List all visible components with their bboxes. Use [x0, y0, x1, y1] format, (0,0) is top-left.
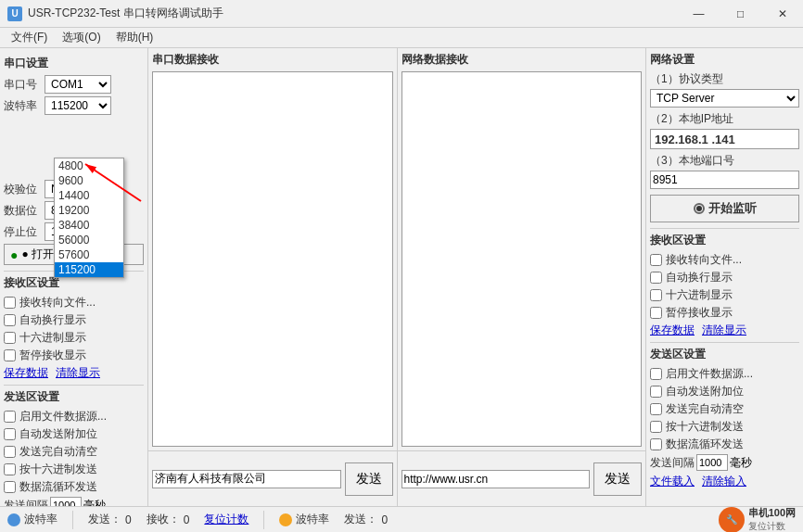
logo-icon[interactable]: 🔧 [719, 507, 745, 533]
hex-send-right: 按十六进制发送 [650, 419, 799, 435]
auto-newline-left: 自动换行显示 [4, 312, 144, 328]
clear-display-link-left[interactable]: 清除显示 [56, 365, 100, 381]
hex-display-checkbox-right[interactable] [650, 289, 662, 301]
network-data-area[interactable] [402, 71, 643, 447]
right-send-button[interactable]: 发送 [593, 462, 642, 496]
send-label-left: 发送： [88, 512, 121, 527]
pause-recv-label-right: 暂停接收显示 [666, 305, 733, 321]
recv-links-left: 保存数据 清除显示 [4, 365, 144, 381]
loop-send-label-right: 数据流循环发送 [666, 437, 744, 452]
menu-help[interactable]: 帮助(H) [108, 28, 161, 47]
save-data-link-left[interactable]: 保存数据 [4, 365, 48, 381]
serial-data-area[interactable] [152, 71, 393, 447]
interval-input-right[interactable]: 1000 [696, 454, 728, 471]
network-data-title: 网络数据接收 [402, 52, 643, 68]
close-button[interactable]: ✕ [761, 0, 803, 28]
loop-send-right: 数据流循环发送 [650, 437, 799, 452]
port-row: 串口号 COM1 [4, 75, 144, 94]
auto-newline-checkbox-left[interactable] [4, 314, 16, 326]
port-select[interactable]: COM1 [45, 75, 111, 94]
interval-input-left[interactable]: 1000 [50, 497, 82, 506]
interval-row-left: 发送间隔 1000 毫秒 [4, 497, 144, 506]
port-input-right[interactable]: 8951 [650, 171, 799, 189]
baud-option-57600[interactable]: 57600 [55, 247, 123, 262]
stopbits-label: 停止位 [4, 224, 45, 240]
auto-newline-right: 自动换行显示 [650, 270, 799, 285]
auto-add-bit-left: 自动发送附加位 [4, 426, 144, 442]
clear-input-link-right[interactable]: 清除输入 [702, 474, 746, 489]
auto-add-bit-checkbox-right[interactable] [650, 386, 662, 398]
use-file-source-checkbox-right[interactable] [650, 368, 662, 380]
left-send-input[interactable]: 济南有人科技有限公司 [152, 470, 341, 488]
loop-send-checkbox-right[interactable] [650, 438, 662, 450]
interval-label-right: 发送间隔 [650, 455, 695, 471]
start-listen-button[interactable]: 开始监听 [650, 195, 799, 222]
maximize-button[interactable]: □ [720, 0, 761, 28]
network-data-panel: 网络数据接收 [398, 48, 646, 450]
left-panel: 串口设置 串口号 COM1 波特率 115200 4800 9600 14400… [0, 48, 148, 506]
save-data-link-right[interactable]: 保存数据 [650, 323, 695, 338]
status-send-right: 发送： 0 [344, 512, 388, 527]
databits-label: 数据位 [4, 203, 45, 219]
baud-dropdown[interactable]: 4800 9600 14400 19200 38400 56000 57600 … [54, 158, 124, 278]
open-serial-dot: ● [10, 247, 18, 262]
baud-option-56000[interactable]: 56000 [55, 233, 123, 247]
auto-newline-checkbox-right[interactable] [650, 272, 662, 284]
use-file-source-right: 启用文件数据源... [650, 366, 799, 382]
minimize-button[interactable]: — [678, 0, 720, 28]
hex-display-checkbox-left[interactable] [4, 332, 16, 344]
left-send-button[interactable]: 发送 [345, 462, 393, 496]
main-container: 串口设置 串口号 COM1 波特率 115200 4800 9600 14400… [0, 48, 803, 506]
auto-clear-left: 发送完自动清空 [4, 444, 144, 460]
baud-option-19200[interactable]: 19200 [55, 203, 123, 218]
baud-option-38400[interactable]: 38400 [55, 218, 123, 233]
baud-option-9600[interactable]: 9600 [55, 173, 123, 188]
port-label: 串口号 [4, 77, 45, 93]
serial-settings-title: 串口设置 [4, 56, 144, 71]
protocol-label: （1）协议类型 [650, 71, 799, 87]
auto-add-bit-checkbox-left[interactable] [4, 428, 16, 440]
baud-select[interactable]: 115200 [45, 96, 111, 115]
status-baud-left: 波特率 [7, 512, 57, 527]
hex-send-checkbox-left[interactable] [4, 463, 16, 475]
baud-option-14400[interactable]: 14400 [55, 188, 123, 203]
auto-clear-label-left: 发送完自动清空 [19, 444, 97, 460]
reset-count-left[interactable]: 复位计数 [204, 512, 249, 527]
use-file-source-label-right: 启用文件数据源... [666, 366, 753, 382]
send-links-right: 文件载入 清除输入 [650, 474, 799, 489]
middle-top: 串口数据接收 网络数据接收 [148, 48, 645, 450]
send-settings-title-left: 发送区设置 [4, 389, 144, 405]
ip-display: 192.168.1 .141 [650, 129, 799, 149]
auto-clear-right: 发送完自动清空 [650, 401, 799, 417]
reset-label-left[interactable]: 复位计数 [204, 512, 249, 527]
pause-recv-checkbox-right[interactable] [650, 307, 662, 319]
auto-add-bit-label-left: 自动发送附加位 [19, 426, 97, 442]
recv-to-file-checkbox-left[interactable] [4, 297, 16, 309]
recv-to-file-right: 接收转向文件... [650, 252, 799, 268]
right-send-input[interactable]: http://www.usr.cn [402, 470, 591, 488]
auto-clear-checkbox-right[interactable] [650, 403, 662, 415]
loop-send-checkbox-left[interactable] [4, 481, 16, 493]
recv-to-file-checkbox-right[interactable] [650, 254, 662, 266]
load-file-link-right[interactable]: 文件载入 [650, 474, 695, 489]
hex-display-left: 十六进制显示 [4, 330, 144, 346]
logo-main-text: 串机100网 [748, 506, 796, 520]
loop-send-label-left: 数据流循环发送 [19, 479, 97, 495]
recv-to-file-label-right: 接收转向文件... [666, 252, 742, 268]
use-file-source-checkbox-left[interactable] [4, 411, 16, 423]
menu-options[interactable]: 选项(O) [55, 28, 108, 47]
pause-recv-right: 暂停接收显示 [650, 305, 799, 321]
menu-file[interactable]: 文件(F) [4, 28, 55, 47]
auto-clear-checkbox-left[interactable] [4, 446, 16, 458]
hex-send-checkbox-right[interactable] [650, 421, 662, 433]
pause-recv-left: 暂停接收显示 [4, 348, 144, 363]
logo-text-area: 串机100网 复位计数 [748, 506, 796, 532]
clear-display-link-right[interactable]: 清除显示 [702, 323, 746, 338]
baud-icon-left [7, 513, 20, 526]
recv-label-left: 接收： [147, 512, 180, 527]
protocol-select[interactable]: TCP Server [650, 89, 799, 108]
pause-recv-checkbox-left[interactable] [4, 349, 16, 361]
baud-option-4800[interactable]: 4800 [55, 158, 123, 173]
status-send-left: 发送： 0 [88, 512, 132, 527]
baud-option-115200[interactable]: 115200 [55, 262, 123, 277]
